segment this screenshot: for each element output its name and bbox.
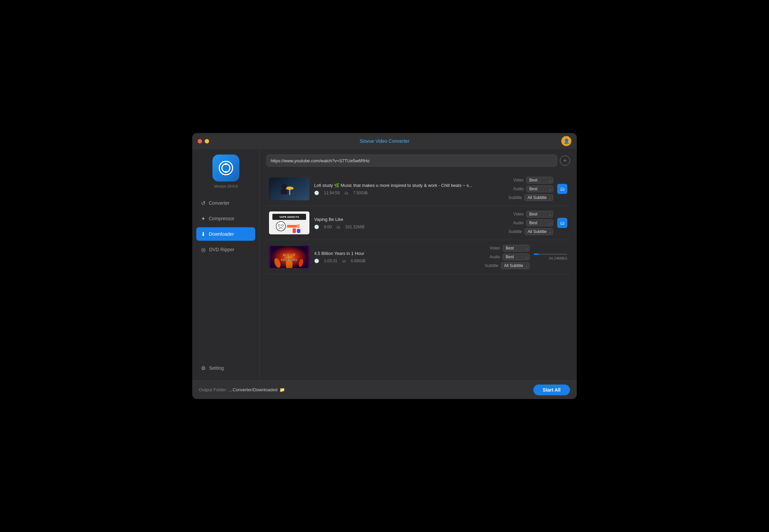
traffic-lights <box>198 139 209 143</box>
subtitle-label-2: Subtitle <box>506 229 522 234</box>
sidebar-item-dvd-ripper[interactable]: ◎ DVD Ripper <box>196 243 255 256</box>
download-list: Lofi study 🌿 Music that makes u more ins… <box>266 172 570 380</box>
folder-button-1[interactable]: 🗂 <box>557 184 567 194</box>
folder-button-2[interactable]: 🗂 <box>557 218 567 228</box>
folder-icon[interactable]: 📁 <box>279 387 285 392</box>
svg-point-7 <box>281 184 287 189</box>
audio-select-wrapper-3: Best <box>503 254 530 260</box>
url-bar: + <box>266 155 570 167</box>
audio-row-1: Audio Best <box>507 186 553 192</box>
compressor-label: Compressor <box>209 216 234 221</box>
converter-icon: ↺ <box>201 200 205 206</box>
sidebar-item-converter[interactable]: ↺ Converter <box>196 196 255 210</box>
audio-label-3: Audio <box>484 255 500 259</box>
thumb-content-1 <box>269 177 309 200</box>
audio-select-1[interactable]: Best <box>526 186 553 192</box>
subtitle-label-1: Subtitle <box>506 195 522 200</box>
size-3: 6.69GiB <box>351 259 365 263</box>
svg-rect-17 <box>293 228 296 233</box>
subtitle-select-1[interactable]: All Subtitle <box>525 194 553 201</box>
start-all-button[interactable]: Start All <box>533 385 570 395</box>
sidebar-item-downloader[interactable]: ⬇ Downloader <box>196 227 255 241</box>
sidebar-item-compressor[interactable]: ✦ Compressor <box>196 212 255 225</box>
subtitle-select-2[interactable]: All Subtitle <box>525 228 553 235</box>
subtitle-row-3: Subtitle All Subtitle <box>482 262 530 269</box>
size-icon-3: 🗂 <box>342 259 346 263</box>
vape-thumb-svg: VAPE ADDICTS <box>271 212 308 234</box>
audio-select-2[interactable]: Best <box>526 220 553 226</box>
duration-3: 1:03:31 <box>324 259 337 263</box>
duration-icon-1: 🕐 <box>314 191 319 195</box>
sidebar-item-setting[interactable]: ⚙ Setting <box>196 361 255 375</box>
history-thumb-svg: ALL OF HISTORY <box>271 246 308 268</box>
video-select-3[interactable]: Best <box>503 245 530 252</box>
audio-select-wrapper-2: Best <box>526 220 553 226</box>
svg-rect-8 <box>281 189 288 194</box>
item-controls-3: Video Best Audio <box>482 245 567 269</box>
person-icon: 👤 <box>564 138 569 144</box>
duration-icon-3: 🕐 <box>314 259 319 263</box>
video-row-1: Video Best <box>507 177 553 184</box>
dvd-icon: ◎ <box>201 246 206 253</box>
close-button[interactable] <box>198 139 202 143</box>
item-controls-1: Video Best Audio <box>506 177 567 201</box>
audio-row-2: Audio Best <box>507 220 553 226</box>
lofi-thumb-svg <box>271 178 308 200</box>
video-select-1[interactable]: Best <box>526 177 553 184</box>
video-select-wrapper-3: Best <box>503 245 530 252</box>
subtitle-select-wrapper-2: All Subtitle <box>525 228 553 235</box>
app-title: Siovue Video Converter <box>360 138 409 144</box>
item-meta-1: 🕐 11:54:59 🗂 7.50GiB <box>314 191 501 195</box>
duration-1: 11:54:59 <box>324 191 340 195</box>
svg-text:ALL OF: ALL OF <box>282 253 296 257</box>
svg-text:HISTORY: HISTORY <box>281 258 298 262</box>
add-url-button[interactable]: + <box>560 156 570 166</box>
thumb-content-2: VAPE ADDICTS <box>269 211 309 234</box>
minimize-button[interactable] <box>205 139 209 143</box>
user-icon[interactable]: 👤 <box>561 136 571 146</box>
video-select-wrapper-1: Best <box>526 177 553 184</box>
video-select-2[interactable]: Best <box>526 211 553 218</box>
video-label-3: Video <box>484 246 500 251</box>
thumbnail-3: ALL OF HISTORY <box>269 245 309 268</box>
output-folder: Output Folder: ...Converter/Downloaded 📁 <box>199 387 285 392</box>
thumbnail-2: VAPE ADDICTS <box>269 211 309 234</box>
video-select-wrapper-2: Best <box>526 211 553 218</box>
item-title-2: Vaping Be Like <box>314 217 501 222</box>
duration-2: 8:00 <box>324 225 332 229</box>
audio-select-wrapper-1: Best <box>526 186 553 192</box>
subtitle-select-wrapper-1: All Subtitle <box>525 194 553 201</box>
audio-label-2: Audio <box>507 221 524 225</box>
video-row-3: Video Best <box>484 245 530 252</box>
content-area: + <box>260 149 577 380</box>
duration-icon-2: 🕐 <box>314 225 319 229</box>
svg-point-2 <box>225 163 227 165</box>
size-2: 331.32MiB <box>345 225 364 229</box>
table-row: Lofi study 🌿 Music that makes u more ins… <box>266 172 570 206</box>
item-meta-2: 🕐 8:00 🗂 331.32MiB <box>314 225 501 229</box>
dvd-label: DVD Ripper <box>209 247 234 252</box>
app-window: Siovue Video Converter 👤 Version 10.0.0 … <box>192 133 577 399</box>
subtitle-select-wrapper-3: All Subtitle <box>501 262 530 269</box>
table-row: VAPE ADDICTS <box>266 206 570 240</box>
audio-label-1: Audio <box>507 187 524 191</box>
item-info-2: Vaping Be Like 🕐 8:00 🗂 331.32MiB <box>314 217 501 229</box>
svg-rect-15 <box>287 225 297 228</box>
item-meta-3: 🕐 1:03:31 🗂 6.69GiB <box>314 259 477 263</box>
table-row: ALL OF HISTORY 4.5 Billion Years in 1 Ho… <box>266 240 570 274</box>
control-labels-2: Video Best Audio <box>506 211 553 235</box>
output-label: Output Folder: <box>199 387 227 392</box>
bottom-bar: Output Folder: ...Converter/Downloaded 📁… <box>192 380 577 399</box>
item-info-3: 4.5 Billion Years in 1 Hour 🕐 1:03:31 🗂 … <box>314 251 477 263</box>
subtitle-select-3[interactable]: All Subtitle <box>501 262 530 269</box>
url-input[interactable] <box>266 155 557 167</box>
progress-area-3: 24.24MiB/s <box>534 254 567 260</box>
logo-svg <box>218 160 234 176</box>
thumb-content-3: ALL OF HISTORY <box>269 245 309 268</box>
svg-point-14 <box>281 224 283 226</box>
video-label-2: Video <box>507 212 524 217</box>
size-icon-1: 🗂 <box>344 191 348 195</box>
audio-select-3[interactable]: Best <box>503 254 530 260</box>
svg-text:VAPE ADDICTS: VAPE ADDICTS <box>279 215 299 219</box>
subtitle-label-3: Subtitle <box>482 263 498 268</box>
